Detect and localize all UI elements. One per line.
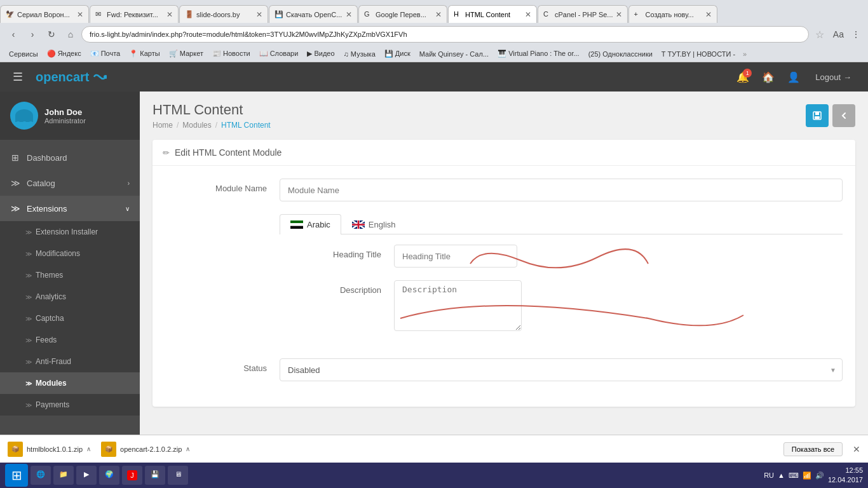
sidebar-item-catalog[interactable]: ≫ Catalog › (0, 170, 140, 196)
reload-button[interactable]: ↻ (43, 26, 60, 43)
bookmark-disk[interactable]: 💾 Диск (381, 48, 414, 59)
description-input[interactable] (394, 280, 522, 331)
bookmark-dict[interactable]: 📖 Словари (255, 48, 302, 59)
bookmark-news[interactable]: 📰 Новости (208, 48, 254, 59)
sidebar-item-modules[interactable]: ≫ Modules (0, 372, 140, 394)
download-chevron-2[interactable]: ∧ (186, 445, 190, 452)
breadcrumb-modules[interactable]: Modules (182, 121, 211, 130)
tab-close-4[interactable]: ✕ (346, 10, 352, 19)
tab-close-8[interactable]: ✕ (705, 10, 712, 19)
sub-arrow-feeds: ≫ (25, 337, 32, 344)
sidebar-label-extensions: Extensions (27, 204, 119, 214)
tab-close-1[interactable]: ✕ (77, 10, 83, 19)
bookmark-more[interactable]: » (743, 50, 747, 58)
bookmark-piano[interactable]: 🎹 Virtual Piano : The or... (494, 48, 583, 59)
bookmark-yandex[interactable]: 🔴 Яндекс (43, 48, 85, 59)
browser-tab-6[interactable]: H HTML Content ✕ (448, 5, 537, 23)
tab-close-7[interactable]: ✕ (616, 10, 622, 19)
user-section: John Doe Administrator (0, 92, 140, 140)
bookmark-mail[interactable]: 📧 Почта (86, 48, 125, 59)
back-action-button[interactable] (832, 104, 855, 127)
bookmark-market[interactable]: 🛒 Маркет (165, 48, 207, 59)
browser-tab-3[interactable]: 🚪 slide-doors.by ✕ (179, 5, 268, 23)
tabs-container: Arabic (280, 214, 843, 346)
tab-favicon-3: 🚪 (185, 10, 194, 19)
tab-favicon-2: ✉ (95, 10, 104, 19)
browser-bookmarks: Сервисы 🔴 Яндекс 📧 Почта 📍 Карты 🛒 Марке… (0, 46, 868, 62)
module-name-input[interactable] (280, 179, 843, 201)
sub-arrow-anti-fraud: ≫ (25, 358, 32, 365)
bookmark-servisy[interactable]: Сервисы (5, 49, 42, 59)
bookmark-tut[interactable]: T ТУТ.BY | НОВОСТИ - (658, 49, 739, 59)
page-actions (806, 104, 855, 127)
bookmark-quinsey[interactable]: Майк Quinsey - Сал... (416, 49, 492, 59)
heading-title-label: Heading Title (280, 245, 394, 259)
close-download-bar-button[interactable]: ✕ (853, 444, 860, 454)
hamburger-button[interactable]: ☰ (10, 67, 25, 86)
browser-tab-7[interactable]: C cPanel - PHP Se... ✕ (538, 5, 628, 23)
home-nav-button[interactable]: 🏠 (758, 67, 778, 87)
sidebar-item-feeds[interactable]: ≫ Feeds (0, 329, 140, 351)
sidebar-item-modifications[interactable]: ≫ Modifications (0, 243, 140, 264)
browser-tab-8[interactable]: + Создать нову... ✕ (628, 5, 717, 23)
bookmark-music[interactable]: ♫ Музыка (340, 49, 379, 59)
browser-tab-2[interactable]: ✉ Fwd: Реквизит... ✕ (90, 5, 179, 23)
tab-favicon-4: 💾 (275, 10, 283, 19)
sub-arrow-ext-installer: ≫ (25, 229, 32, 236)
bookmark-ok[interactable]: (25) Одноклассники (585, 49, 656, 59)
tab-label-8: Создать нову... (646, 11, 703, 18)
download-icon-2: 📦 (101, 442, 116, 457)
lang-tabs-group: Arabic (165, 214, 843, 346)
bookmark-maps[interactable]: 📍 Карты (125, 48, 163, 59)
bookmark-star[interactable]: ☆ (811, 27, 828, 42)
status-select[interactable]: Disabled Enabled (280, 358, 843, 381)
download-chevron-1[interactable]: ∧ (86, 445, 91, 452)
sidebar-item-analytics[interactable]: ≫ Analytics (0, 286, 140, 308)
bell-button[interactable]: 🔔 1 (733, 67, 753, 87)
save-button[interactable] (806, 104, 829, 127)
tab-close-6[interactable]: ✕ (525, 10, 531, 19)
user-avatar (10, 102, 38, 130)
extensions-icon: ≫ (10, 203, 20, 214)
tab-label-7: cPanel - PHP Se... (555, 11, 613, 18)
sidebar-item-dashboard[interactable]: ⊞ Dashboard (0, 145, 140, 170)
browser-tab-5[interactable]: G Google Перев... ✕ (358, 5, 447, 23)
start-button[interactable]: ⊞ (5, 464, 28, 465)
tab-close-3[interactable]: ✕ (256, 10, 262, 19)
forward-button[interactable]: › (24, 26, 41, 43)
tab-label-1: Сериал Ворон... (17, 11, 74, 18)
breadcrumb: Home / Modules / HTML Content (153, 121, 271, 130)
back-button[interactable]: ‹ (5, 26, 22, 43)
tab-close-5[interactable]: ✕ (435, 10, 442, 19)
tab-label-2: Fwd: Реквизит... (107, 11, 164, 18)
bookmark-video[interactable]: ▶ Видео (303, 48, 338, 59)
download-name-2: opencart-2.1.0.2.zip (120, 445, 182, 453)
sidebar-item-extensions[interactable]: ≫ Extensions ∨ (0, 196, 140, 221)
logout-button[interactable]: Logout → (809, 69, 858, 86)
browser-tab-4[interactable]: 💾 Скачать OpenC... ✕ (269, 5, 358, 23)
url-bar[interactable] (81, 26, 809, 43)
heading-title-input[interactable] (394, 245, 517, 268)
sidebar-label-ext-installer: Extension Installer (36, 227, 98, 236)
user-name: John Doe (44, 107, 86, 117)
home-button[interactable]: ⌂ (62, 26, 79, 43)
show-all-button[interactable]: Показать все (783, 442, 843, 456)
user-nav-button[interactable]: 👤 (783, 67, 804, 87)
sidebar-item-anti-fraud[interactable]: ≫ Anti-Fraud (0, 351, 140, 372)
user-role: Administrator (44, 117, 86, 125)
sidebar-item-payments[interactable]: ≫ Payments (0, 394, 140, 416)
breadcrumb-home[interactable]: Home (153, 121, 173, 130)
tab-close-2[interactable]: ✕ (166, 10, 173, 19)
tab-favicon-8: + (634, 10, 643, 19)
user-info: John Doe Administrator (44, 107, 86, 125)
tab-english[interactable]: English (341, 214, 407, 234)
tab-arabic[interactable]: Arabic (280, 214, 341, 234)
browser-tab-1[interactable]: 🦅 Сериал Ворон... ✕ (0, 5, 89, 23)
tab-favicon-5: G (364, 10, 373, 19)
sidebar-item-captcha[interactable]: ≫ Captcha (0, 308, 140, 329)
sidebar-item-themes[interactable]: ≫ Themes (0, 264, 140, 286)
sidebar-item-extension-installer[interactable]: ≫ Extension Installer (0, 221, 140, 243)
ext-button-1[interactable]: Аа (831, 28, 846, 41)
ext-button-2[interactable]: ⋮ (849, 28, 863, 41)
sidebar-label-themes: Themes (36, 271, 63, 280)
